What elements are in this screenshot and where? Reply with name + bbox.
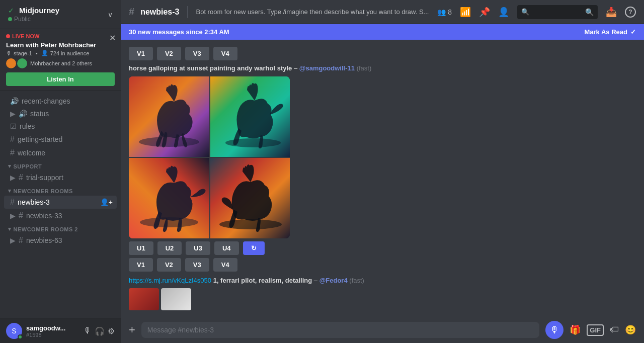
main-content: # newbies-3 Bot room for new users. Type… [121, 0, 644, 343]
stage-icon: 🎙 [6, 50, 12, 56]
close-live-button[interactable]: ✕ [109, 33, 116, 43]
ferrari-mention[interactable]: @Fedor4 [319, 277, 348, 284]
bottom-icons: 🎁 GIF 🏷 😊 [570, 324, 636, 336]
u1-button[interactable]: U1 [129, 241, 153, 255]
attendee-avatar-2 [17, 58, 27, 68]
inbox-icon[interactable]: 📥 [606, 7, 617, 18]
channel-hash-icon: # [129, 6, 134, 18]
hash-icon-newbies-63: # [19, 236, 23, 245]
horse-prompt: horse galloping at sunset painting andy … [129, 63, 636, 73]
v4-top-button[interactable]: V4 [213, 47, 237, 60]
section-arrow-icon-2: ▶ [10, 174, 16, 182]
sticker-icon[interactable]: 🏷 [610, 324, 619, 336]
message-input[interactable] [147, 326, 533, 334]
refresh-button[interactable]: ↻ [243, 241, 265, 255]
search-input[interactable] [521, 8, 582, 16]
new-messages-banner[interactable]: 30 new messages since 2:34 AM Mark As Re… [121, 24, 644, 40]
hash-icon-getting-started: # [10, 135, 15, 144]
live-meta: 🎙 stage-1 • 👤 724 in audience [6, 50, 115, 56]
live-badge: LIVE NOW [6, 33, 115, 39]
ferrari-link[interactable]: https://s.mj.run/vKqLzI4s050 [129, 277, 211, 284]
u3-button[interactable]: U3 [186, 241, 210, 255]
channel-item-recent-changes[interactable]: 🔊 recent-changes [4, 95, 117, 107]
ferrari-prompt-text: 1, ferrari pilot, realism, detailing [213, 277, 312, 284]
channel-item-newbies-63[interactable]: ▶ # newbies-63 [4, 234, 117, 247]
live-now-banner: ✕ LIVE NOW Learn with Peter Mohrbacher 🎙… [0, 29, 121, 91]
channel-list: 🔊 recent-changes ▶ 🔊 status ☑ rules # ge… [0, 91, 121, 318]
live-title: Learn with Peter Mohrbacher [6, 41, 115, 49]
signal-icon[interactable]: 📶 [460, 7, 471, 18]
section-collapse-icon-2: ▾ [8, 188, 12, 194]
server-chevron-icon: ∨ [108, 11, 113, 19]
hash-icon-newbies-33: # [19, 211, 23, 220]
gift-icon[interactable]: 🎁 [570, 324, 581, 336]
audience-icon: 👤 [41, 50, 48, 56]
member-count: 👥 8 [437, 8, 452, 16]
v2-button[interactable]: V2 [157, 258, 181, 272]
channel-item-newbies-33[interactable]: ▶ # newbies-33 [4, 209, 117, 222]
channel-item-getting-started[interactable]: # getting-started [4, 133, 117, 146]
user-actions: 🎙 🎧 ⚙ [84, 326, 115, 336]
sidebar: ✓ Midjourney Public ∨ ✕ LIVE NOW Learn w… [0, 0, 121, 343]
pin-icon[interactable]: 📌 [479, 7, 490, 18]
members-icon[interactable]: 👤 [498, 7, 509, 18]
channel-item-welcome[interactable]: # welcome [4, 146, 117, 159]
svg-point-7 [219, 219, 282, 229]
horse-mention[interactable]: @samgoodwill-11 [299, 64, 355, 72]
v-buttons-row: V1 V2 V3 V4 [129, 258, 636, 272]
ferrari-thumb-1[interactable] [129, 288, 159, 310]
emoji-icon[interactable]: 😊 [625, 324, 636, 336]
user-info: samgoodw... #1598 [26, 324, 79, 338]
v4-button[interactable]: V4 [213, 258, 237, 272]
channel-item-status[interactable]: ▶ 🔊 status [4, 108, 117, 120]
u4-button[interactable]: U4 [214, 241, 239, 255]
help-icon[interactable]: ? [625, 7, 636, 18]
channel-item-newbies-3[interactable]: # newbies-3 👤+ [4, 196, 117, 209]
add-attachment-button[interactable]: + [129, 323, 135, 336]
section-newcomer-rooms[interactable]: ▾ NEWCOMER ROOMS [0, 185, 121, 195]
horse-image-4[interactable] [210, 158, 290, 238]
gif-button[interactable]: GIF [587, 324, 604, 336]
channel-topic: Bot room for new users. Type /imagine th… [196, 8, 431, 16]
section-arrow-icon: ▶ [10, 110, 16, 118]
check-icon: ☑ [10, 122, 17, 130]
ferrari-thumb-2[interactable] [161, 288, 191, 310]
spinner-icon: ↻ [251, 244, 257, 252]
u2-button[interactable]: U2 [157, 241, 182, 255]
server-public: Public [8, 16, 59, 23]
channel-item-trial-support[interactable]: ▶ # trial-support [4, 171, 117, 184]
v1-button[interactable]: V1 [129, 258, 153, 272]
v3-button[interactable]: V3 [185, 258, 209, 272]
horse-image-grid[interactable] [129, 76, 290, 238]
mark-as-read-button[interactable]: Mark As Read ✓ [585, 28, 636, 36]
ferrari-fast-tag: (fast) [349, 277, 364, 284]
hash-icon-welcome: # [10, 148, 15, 157]
attendee-avatar-1 [6, 58, 16, 68]
checkmark-icon: ✓ [630, 28, 636, 36]
horse-message: horse galloping at sunset painting andy … [129, 63, 636, 272]
settings-button[interactable]: ⚙ [108, 326, 115, 336]
voice-activity-button[interactable]: 🎙 [545, 321, 564, 339]
v1-top-button[interactable]: V1 [129, 47, 153, 60]
u-buttons-row: U1 U2 U3 U4 ↻ [129, 241, 636, 255]
live-dot-icon [6, 34, 10, 38]
v2-top-button[interactable]: V2 [157, 47, 181, 60]
v3-top-button[interactable]: V3 [185, 47, 209, 60]
horse-image-1[interactable] [129, 76, 209, 157]
channel-item-rules[interactable]: ☑ rules [4, 120, 117, 132]
ferrari-prompt: https://s.mj.run/vKqLzI4s050 1, ferrari … [129, 276, 636, 286]
mic-button[interactable]: 🎙 [84, 326, 92, 336]
search-bar[interactable]: 🔍 [517, 5, 598, 19]
bottom-bar: + 🎙 🎁 GIF 🏷 😊 [121, 317, 644, 343]
headphones-button[interactable]: 🎧 [95, 326, 105, 336]
listen-in-button[interactable]: Listen In [6, 72, 115, 86]
horse-image-2[interactable] [210, 76, 290, 157]
section-newcomer-rooms-2[interactable]: ▾ NEWCOMER ROOMS 2 [0, 223, 121, 233]
section-support[interactable]: ▾ SUPPORT [0, 160, 121, 170]
horse-fast-tag: (fast) [357, 64, 372, 72]
voice-icon: 🎙 [550, 325, 559, 335]
hash-icon-trial-support: # [19, 173, 23, 182]
search-icon: 🔍 [585, 8, 594, 16]
server-header[interactable]: ✓ Midjourney Public ∨ [0, 0, 121, 29]
horse-image-3[interactable] [129, 158, 209, 238]
